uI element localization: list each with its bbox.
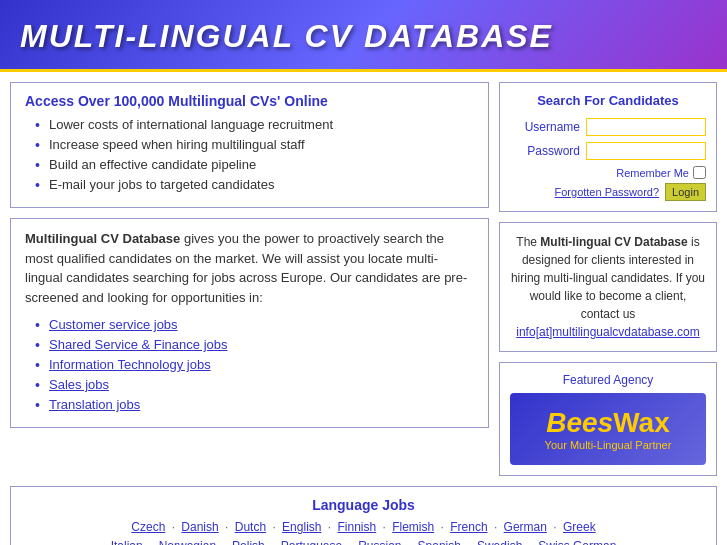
password-row: Password [510,142,706,160]
remember-me-row: Remember Me [510,166,706,179]
separator: · [437,520,447,534]
forgot-login-row: Forgotten Password? Login [510,183,706,201]
language-row-1: Czech · Danish · Dutch · English · Finni… [21,519,706,534]
agency-name: BeesWax [520,407,696,439]
site-header: Multi-Lingual CV Database [0,0,727,72]
list-item: E-mail your jobs to targeted candidates [35,177,474,192]
description-text: Multilingual CV Database gives you the p… [25,229,474,307]
language-link[interactable]: Polish [232,539,265,545]
site-title: Multi-Lingual CV Database [20,18,707,55]
list-item: Information Technology jobs [35,357,474,372]
right-column: Search For Candidates Username Password … [499,82,717,476]
agency-tagline: Your Multi-Lingual Partner [520,439,696,451]
info-box: The Multi-lingual CV Database is designe… [499,222,717,352]
password-label: Password [520,144,580,158]
list-item: Customer service jobs [35,317,474,332]
remember-me-checkbox[interactable] [693,166,706,179]
username-input[interactable] [586,118,706,136]
language-link[interactable]: Dutch [235,520,266,534]
info-text1: The [516,235,540,249]
language-link[interactable]: Finnish [337,520,376,534]
login-button[interactable]: Login [665,183,706,201]
contact-email-link[interactable]: info[at]multilingualcvdatabase.com [516,325,699,339]
separator: · [345,539,355,545]
language-row-2: Italian · Norwegian · Polish · Portugues… [21,538,706,545]
agency-box: Featured Agency BeesWax Your Multi-Lingu… [499,362,717,476]
forgot-password-link[interactable]: Forgotten Password? [555,186,660,198]
separator: · [168,520,178,534]
language-link[interactable]: Danish [181,520,218,534]
separator: · [268,539,278,545]
language-link[interactable]: Italian [111,539,143,545]
language-jobs-section: Language Jobs Czech · Danish · Dutch · E… [10,486,717,545]
language-jobs-heading: Language Jobs [21,497,706,513]
language-link[interactable]: Swedish [477,539,522,545]
remember-me-label: Remember Me [616,167,689,179]
benefits-heading: Access Over 100,000 Multilingual CVs' On… [25,93,474,109]
login-heading: Search For Candidates [510,93,706,108]
language-link[interactable]: Greek [563,520,596,534]
language-link[interactable]: Russian [358,539,401,545]
main-content: Access Over 100,000 Multilingual CVs' On… [0,72,727,486]
username-row: Username [510,118,706,136]
language-link[interactable]: Swiss German [538,539,616,545]
benefits-list: Lower costs of international language re… [25,117,474,192]
jobs-links-list: Customer service jobs Shared Service & F… [25,317,474,412]
separator: · [146,539,156,545]
login-box: Search For Candidates Username Password … [499,82,717,212]
featured-label: Featured Agency [510,373,706,387]
separator: · [491,520,501,534]
password-input[interactable] [586,142,706,160]
description-box: Multilingual CV Database gives you the p… [10,218,489,428]
separator: · [464,539,474,545]
language-link[interactable]: English [282,520,321,534]
separator: · [219,539,229,545]
benefits-box: Access Over 100,000 Multilingual CVs' On… [10,82,489,208]
list-item: Increase speed when hiring multilingual … [35,137,474,152]
separator: · [379,520,389,534]
left-column: Access Over 100,000 Multilingual CVs' On… [10,82,489,476]
separator: · [405,539,415,545]
list-item: Sales jobs [35,377,474,392]
list-item: Translation jobs [35,397,474,412]
info-brand: Multi-lingual CV Database [540,235,687,249]
separator: · [525,539,535,545]
customer-service-jobs-link[interactable]: Customer service jobs [49,317,178,332]
brand-name: Multilingual CV Database [25,231,180,246]
language-link[interactable]: Flemish [392,520,434,534]
list-item: Lower costs of international language re… [35,117,474,132]
list-item: Shared Service & Finance jobs [35,337,474,352]
language-link[interactable]: Spanish [418,539,461,545]
sales-jobs-link[interactable]: Sales jobs [49,377,109,392]
language-link[interactable]: German [504,520,547,534]
it-jobs-link[interactable]: Information Technology jobs [49,357,211,372]
separator: · [269,520,279,534]
language-link[interactable]: Czech [131,520,165,534]
language-link[interactable]: Portuguese [281,539,342,545]
shared-service-jobs-link[interactable]: Shared Service & Finance jobs [49,337,227,352]
language-link[interactable]: French [450,520,487,534]
separator: · [324,520,334,534]
translation-jobs-link[interactable]: Translation jobs [49,397,140,412]
separator: · [550,520,560,534]
separator: · [222,520,232,534]
language-link[interactable]: Norwegian [159,539,216,545]
list-item: Build an effective candidate pipeline [35,157,474,172]
username-label: Username [520,120,580,134]
agency-banner[interactable]: BeesWax Your Multi-Lingual Partner [510,393,706,465]
